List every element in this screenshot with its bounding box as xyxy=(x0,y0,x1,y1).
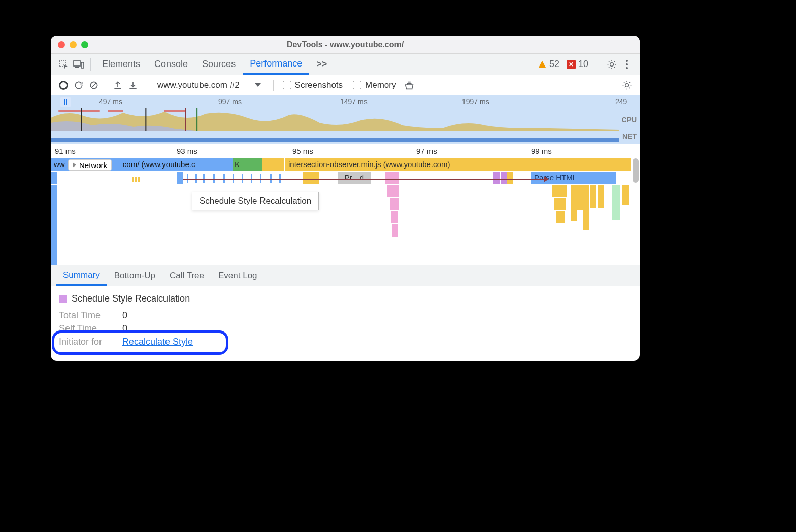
flame-bar[interactable] xyxy=(583,185,589,230)
warnings-count[interactable]: 52 xyxy=(538,59,559,70)
flame-bar-pink[interactable] xyxy=(390,198,399,210)
flame-bar-yellow[interactable] xyxy=(278,158,284,171)
svg-rect-2 xyxy=(75,67,79,68)
screenshots-checkbox[interactable]: Screenshots xyxy=(283,80,343,90)
flame-ruler[interactable]: 91 ms 93 ms 95 ms 97 ms 99 ms xyxy=(51,144,640,158)
settings-icon[interactable] xyxy=(604,57,619,72)
flame-scrollbar[interactable] xyxy=(633,158,639,240)
flame-bar[interactable] xyxy=(577,185,583,210)
flame-thin[interactable] xyxy=(233,174,234,183)
flame-bar-purple[interactable] xyxy=(493,172,500,184)
initiator-label: Initiator for xyxy=(59,337,120,347)
flame-tooltip: Schedule Style Recalculation xyxy=(192,192,319,210)
expand-icon xyxy=(73,162,76,168)
flame-thin[interactable] xyxy=(203,174,205,183)
flame-bar[interactable] xyxy=(51,185,57,265)
memory-checkbox[interactable]: Memory xyxy=(353,80,396,90)
svg-point-5 xyxy=(626,63,628,65)
flame-bar[interactable] xyxy=(177,172,183,184)
flame-bar[interactable] xyxy=(554,198,566,210)
flame-thin[interactable] xyxy=(270,174,272,183)
flame-bar-mint[interactable] xyxy=(612,185,620,220)
flame-chart[interactable]: ww com/ (www.youtube.c Network K interse… xyxy=(51,158,640,265)
capture-settings-icon[interactable] xyxy=(619,78,635,93)
flame-bar[interactable] xyxy=(590,185,596,208)
overview-range-handle[interactable] xyxy=(60,97,71,107)
clear-button[interactable] xyxy=(86,78,102,93)
errors-count[interactable]: ✕ 10 xyxy=(567,59,588,70)
detail-tab-summary[interactable]: Summary xyxy=(56,265,107,286)
devtools-window: DevTools - www.youtube.com/ Elements Con… xyxy=(51,36,640,361)
flame-bar-prd[interactable]: Pr…d xyxy=(338,172,371,184)
flame-bar-pink[interactable] xyxy=(391,211,398,223)
initiator-link[interactable]: Recalculate Style xyxy=(122,337,193,347)
flame-bar[interactable] xyxy=(507,172,513,184)
inspect-icon[interactable] xyxy=(56,57,71,72)
net-label: NET xyxy=(622,132,637,140)
flame-bar[interactable] xyxy=(622,185,629,205)
tab-console[interactable]: Console xyxy=(147,54,195,75)
flame-thin[interactable] xyxy=(242,174,243,183)
self-time-label: Self Time xyxy=(59,323,120,334)
flame-bar[interactable] xyxy=(598,185,604,208)
flame-bar-pink[interactable] xyxy=(385,172,399,184)
record-button[interactable] xyxy=(56,78,71,93)
initiator-row: Initiator for Recalculate Style xyxy=(59,337,632,347)
network-group-toggle[interactable]: Network xyxy=(68,159,112,171)
flame-thin[interactable] xyxy=(260,174,261,183)
flame-bar-purple[interactable] xyxy=(501,172,507,184)
flame-bar[interactable] xyxy=(556,211,565,223)
overview-tick: 1497 ms xyxy=(340,97,368,106)
reload-button[interactable] xyxy=(71,78,86,93)
load-profile-icon[interactable] xyxy=(110,78,125,93)
timeline-overview[interactable]: 497 ms 997 ms 1497 ms 1997 ms 249 CPU NE… xyxy=(51,95,640,144)
main-tabs: Elements Console Sources Performance >> … xyxy=(51,54,640,75)
flame-thin[interactable] xyxy=(132,177,134,182)
flame-thin[interactable] xyxy=(135,177,137,182)
ruler-tick: 97 ms xyxy=(416,147,437,155)
save-profile-icon[interactable] xyxy=(125,78,141,93)
recording-selector[interactable]: www.youtube.com #2 xyxy=(154,80,264,90)
detail-tab-event-log[interactable]: Event Log xyxy=(211,265,264,286)
flame-thin[interactable] xyxy=(138,177,140,182)
flame-thin[interactable] xyxy=(213,174,215,183)
summary-title: Schedule Style Recalculation xyxy=(72,293,190,304)
tab-sources[interactable]: Sources xyxy=(195,54,243,75)
flame-thin[interactable] xyxy=(279,174,281,183)
device-toggle-icon[interactable] xyxy=(71,57,86,72)
error-icon: ✕ xyxy=(567,60,576,69)
flame-thin[interactable] xyxy=(251,174,252,183)
errors-value: 10 xyxy=(578,59,588,70)
tabs-overflow[interactable]: >> xyxy=(309,54,334,75)
tab-performance[interactable]: Performance xyxy=(243,54,309,75)
flame-thin[interactable] xyxy=(195,174,197,183)
flame-bar[interactable] xyxy=(51,172,57,184)
kebab-menu-icon[interactable] xyxy=(619,57,635,72)
collect-garbage-icon[interactable] xyxy=(402,78,417,93)
total-time-label: Total Time xyxy=(59,310,120,321)
flame-bar[interactable] xyxy=(303,172,319,184)
flame-thin[interactable] xyxy=(187,174,188,183)
detail-tabs: Summary Bottom-Up Call Tree Event Log xyxy=(51,265,640,286)
overview-tick: 249 xyxy=(615,97,627,106)
flame-bar-green[interactable]: K xyxy=(233,158,242,171)
flame-bar-pink[interactable] xyxy=(387,185,399,197)
net-chart xyxy=(51,138,619,142)
flame-bar-pink[interactable] xyxy=(392,224,398,237)
tab-elements[interactable]: Elements xyxy=(95,54,147,75)
self-time-value: 0 xyxy=(122,323,127,334)
performance-toolbar: www.youtube.com #2 Screenshots Memory xyxy=(51,75,640,95)
flame-bar-green[interactable] xyxy=(256,158,262,171)
recording-label: www.youtube.com #2 xyxy=(157,80,240,90)
flame-bar[interactable] xyxy=(552,185,567,197)
overview-tick: 1997 ms xyxy=(462,97,489,106)
memory-label: Memory xyxy=(365,80,396,90)
flame-thin[interactable] xyxy=(223,174,225,183)
flame-bar-script[interactable]: intersection-observer.min.js (www.youtub… xyxy=(285,158,631,171)
svg-rect-13 xyxy=(145,108,146,131)
detail-tab-bottom-up[interactable]: Bottom-Up xyxy=(107,265,162,286)
detail-tab-call-tree[interactable]: Call Tree xyxy=(162,265,211,286)
network-label: Network xyxy=(79,161,107,170)
flame-bar[interactable] xyxy=(571,185,577,221)
separator xyxy=(106,80,106,91)
